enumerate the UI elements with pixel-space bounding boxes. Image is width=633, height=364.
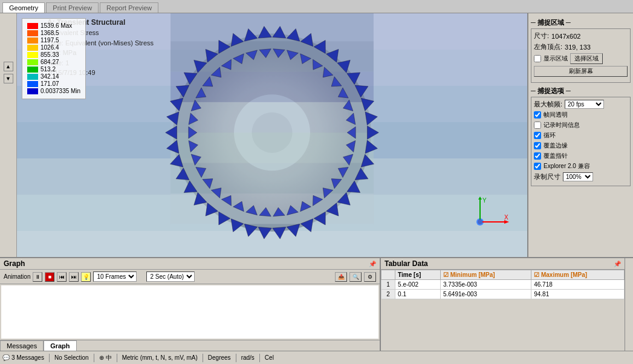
legend-color-7 — [27, 74, 38, 80]
size-label: 尺寸: — [534, 31, 549, 41]
legend-min-label: 0.0037335 Min — [41, 88, 80, 94]
legend-val-3: 855.33 — [41, 51, 59, 58]
capture-options-title: ─ 捕捉选项 ─ — [531, 86, 631, 96]
row1-max: 46.718 — [531, 280, 625, 290]
svg-marker-23 — [258, 227, 271, 239]
table-row: 2 0.1 5.6491e-003 94.81 — [381, 290, 625, 299]
coord-icon: ⊕ — [99, 354, 104, 361]
svg-rect-5 — [170, 13, 374, 41]
row1-time: 5.e-002 — [395, 280, 441, 290]
size-value: 633x364 — [551, 33, 580, 40]
tabular-title: Tabular Data — [385, 259, 428, 268]
coord-label: 中 — [106, 354, 112, 362]
legend-val-4: 684.27 — [41, 59, 59, 65]
units-label: Metric (mm, t, N, s, mV, mA) — [122, 354, 198, 361]
record-time-checkbox[interactable] — [534, 122, 541, 129]
messages-icon: 💬 — [2, 354, 10, 361]
corner-value: 319, 133 — [565, 44, 591, 51]
y-axis-label: Y — [482, 197, 487, 204]
row2-num: 2 — [381, 290, 395, 299]
messages-count: 3 Messages — [11, 354, 44, 361]
duration-select[interactable]: 2 Sec (Auto) 1 Sec 5 Sec — [146, 271, 195, 282]
frames-select[interactable]: 10 Frames 5 Frames 20 Frames — [93, 271, 137, 282]
legend-val-6: 342.14 — [41, 73, 59, 80]
row2-min: 5.6491e-003 — [440, 290, 531, 299]
sidebar-arrow-down[interactable]: ▼ — [4, 74, 13, 83]
fps-select[interactable]: 20 fps 10 fps 30 fps — [565, 100, 604, 109]
legend-color-max — [27, 23, 38, 29]
tabular-panel: Tabular Data 📌 Time [s] ☑ Minimum [MPa] … — [381, 258, 625, 351]
export-button[interactable]: 📤 — [335, 272, 347, 282]
degrees-label: Degrees — [208, 354, 231, 361]
select-region-button[interactable]: 选择区域 — [570, 53, 603, 64]
cover-edge-label: 覆盖边缘 — [544, 141, 568, 150]
capture-area-title: ─ 捕捉区域 ─ — [531, 18, 631, 27]
status-bar: 💬 3 Messages No Selection ⊕ 中 Metric (mm… — [0, 351, 633, 364]
explorer-compat-label: Explorer 2.0 兼容 — [544, 162, 590, 171]
sidebar-arrow-up[interactable]: ▲ — [4, 62, 13, 71]
tab-print-preview[interactable]: Print Preview — [46, 2, 99, 13]
record-size-label: 录制尺寸 — [534, 172, 560, 181]
row2-max: 94.81 — [531, 290, 625, 299]
loop-label: 循环 — [544, 131, 556, 140]
col-min-header: ☑ Minimum [MPa] — [440, 270, 531, 280]
svg-rect-8 — [170, 102, 374, 132]
settings-button[interactable]: ⚙ — [364, 272, 376, 282]
col-max-header: ☑ Maximum [MPa] — [531, 270, 625, 280]
frame-transparent-label: 帧间透明 — [544, 111, 568, 119]
fps-label: 最大帧频: — [534, 100, 562, 109]
graph-panel: Graph 📌 Animation ⏸ ■ ⏮ ⏭ 💡 10 Frames 5 … — [0, 258, 381, 351]
cover-cursor-checkbox[interactable] — [534, 152, 541, 160]
table-row: 1 5.e-002 3.7335e-003 46.718 — [381, 280, 625, 290]
svg-rect-9 — [170, 132, 374, 163]
legend-color-min — [27, 88, 38, 94]
rads-label: rad/s — [241, 354, 255, 361]
x-axis-label: X — [504, 214, 508, 221]
tabular-pin-icon[interactable]: 📌 — [614, 261, 621, 267]
svg-marker-96 — [478, 197, 482, 200]
legend-val-5: 513.2 — [41, 66, 56, 73]
col-num-header — [381, 270, 395, 280]
lightbulb-icon: 💡 — [81, 272, 91, 282]
show-region-label: 显示区域 — [544, 54, 568, 63]
selection-status: No Selection — [54, 354, 89, 361]
play-pause-button[interactable]: ⏸ — [33, 272, 42, 282]
legend-color-4 — [27, 52, 38, 58]
cover-cursor-label: 覆盖指针 — [544, 152, 568, 160]
zoom-button[interactable]: 🔍 — [349, 272, 362, 282]
legend-val-0: 1368.5 — [41, 30, 59, 36]
tab-geometry[interactable]: Geometry — [2, 2, 45, 13]
record-time-label: 记录时间信息 — [544, 121, 580, 129]
next-frame-button[interactable]: ⏭ — [69, 272, 79, 282]
cover-edge-checkbox[interactable] — [534, 142, 541, 149]
show-region-checkbox[interactable] — [534, 55, 541, 62]
svg-point-97 — [478, 219, 482, 224]
explorer-compat-checkbox[interactable] — [534, 163, 541, 170]
stress-legend: 1539.6 Max 1368.5 1197.5 1026.4 855.33 — [22, 18, 86, 99]
tab-report-preview[interactable]: Report Preview — [100, 2, 158, 13]
svg-marker-22 — [273, 227, 286, 239]
legend-color-2 — [27, 37, 38, 44]
corner-label: 左角顶点: — [534, 42, 562, 51]
legend-max-label: 1539.6 Max — [41, 22, 72, 29]
refresh-button[interactable]: 刷新屏幕 — [534, 66, 628, 77]
col-time-header: Time [s] — [395, 270, 441, 280]
graph-pin-icon[interactable]: 📌 — [369, 261, 376, 267]
prev-frame-button[interactable]: ⏮ — [57, 272, 67, 282]
legend-val-2: 1026.4 — [41, 44, 59, 51]
graph-content-area — [1, 285, 378, 339]
legend-color-1 — [27, 30, 38, 36]
svg-rect-7 — [170, 72, 374, 102]
cel-label: Cel — [265, 354, 274, 361]
stop-button[interactable]: ■ — [45, 272, 54, 282]
loop-checkbox[interactable] — [534, 132, 541, 139]
tab-messages[interactable]: Messages — [0, 340, 44, 351]
frame-transparent-checkbox[interactable] — [534, 111, 541, 119]
capture-panel: ─ 捕捉区域 ─ 尺寸: 633x364 左角顶点: 319, 133 显示区… — [527, 13, 633, 257]
legend-color-8 — [27, 81, 38, 87]
pct-select[interactable]: 100% 75% 50% — [563, 172, 593, 181]
row1-num: 1 — [381, 280, 395, 290]
legend-val-1: 1197.5 — [41, 37, 59, 44]
tab-graph[interactable]: Graph — [44, 340, 76, 351]
scrollbar[interactable] — [625, 258, 633, 351]
